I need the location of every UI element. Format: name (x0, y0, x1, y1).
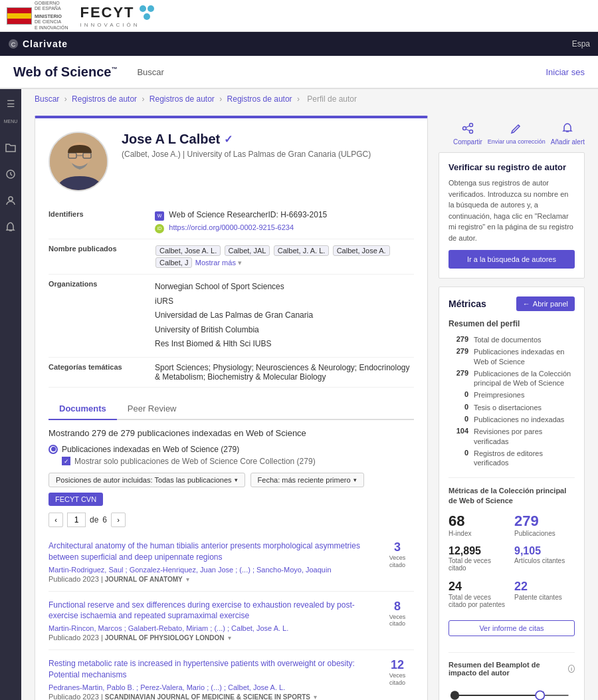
svg-text:C: C (11, 41, 16, 48)
pub-authors-3: Pedranes-Martin, Pablo B. ; Perez-Valera… (49, 683, 373, 691)
svg-point-15 (469, 130, 472, 134)
avatar-image (50, 133, 108, 191)
page-next-button[interactable]: › (111, 513, 126, 527)
collection-metrics: Métricas de la Colección principal de We… (448, 486, 575, 645)
publications-list: Architectural anatomy of the human tibia… (49, 532, 414, 700)
profile-name-block: Jose A L Calbet ✓ (Calbet, Jose A.) | Un… (122, 132, 371, 159)
alert-icon (561, 122, 573, 137)
edit-icon (510, 122, 522, 137)
correction-button[interactable]: Enviar una corrección (488, 122, 546, 146)
breadcrumb-buscar[interactable]: Buscar (35, 94, 59, 104)
h-index-metric: 68 H-index (448, 513, 509, 537)
journal-expand-icon-1[interactable]: ▾ (186, 576, 189, 583)
citing-patents-metric: 22 Patente citantes (514, 580, 575, 608)
orcid-icon: iD (155, 224, 164, 233)
fecyt-dots-icon (138, 3, 156, 22)
fecyt-logo: FECYT (80, 4, 134, 21)
gov-text: GOBIERNO DE ESPAÑA MINISTERIO DE CIENCIA… (35, 1, 68, 31)
collection-title: Métricas de la Colección principal de We… (448, 486, 575, 507)
wos-title: Web of Science™ (13, 64, 117, 80)
wos-nav: Web of Science™ Buscar Iniciar ses (0, 56, 598, 89)
svg-point-6 (9, 197, 13, 201)
profile-summary: Resumen del perfil 279 Total de document… (448, 319, 575, 469)
clarivate-brand: Clarivate (23, 39, 68, 49)
menu-hamburger-icon[interactable]: ☰ (3, 96, 19, 112)
verify-button[interactable]: Ir a la búsqueda de autores (448, 250, 575, 269)
share-button[interactable]: Compartir (453, 122, 482, 146)
pub-item: Architectural anatomy of the human tibia… (49, 532, 414, 592)
history-icon[interactable] (3, 166, 19, 182)
identifiers-row: Identifiers W Web of Science ResearcherI… (49, 205, 414, 239)
bell-icon[interactable] (3, 219, 19, 235)
beamplot-info-icon[interactable]: i (568, 665, 575, 673)
show-more-names[interactable]: Mostrar más (195, 259, 236, 267)
main-content: Buscar › Registros de autor › Registros … (21, 89, 598, 700)
alert-button[interactable]: Añadir alert (551, 122, 585, 146)
positions-filter[interactable]: Posiciones de autor incluidas: Todas las… (49, 473, 245, 487)
checkbox-core-collection[interactable] (62, 457, 70, 465)
tab-documents[interactable]: Documents (49, 398, 117, 420)
profile-header: Jose A L Calbet ✓ (Calbet, Jose A.) | Un… (49, 132, 414, 191)
open-panel-button[interactable]: ← Abrir panel (516, 296, 575, 311)
metrics-header: Métricas ← Abrir panel (448, 296, 575, 311)
fecyt-sub: INNOVACIÓN (80, 22, 140, 28)
pub-journal-3: Publicado 2023 | SCANDINAVIAN JOURNAL OF… (49, 693, 373, 700)
svg-line-16 (466, 126, 469, 128)
big-metrics-row-2: 12,895 Total de veces citado 9,105 Artíc… (448, 545, 575, 572)
fecyt-cvn-button[interactable]: FECYT CVN (49, 493, 103, 506)
clarivate-bar: C Clarivate Espa (0, 32, 598, 56)
svg-point-2 (144, 13, 150, 20)
breadcrumb-registros2[interactable]: Registros de autor (150, 94, 215, 104)
page-number-input[interactable] (67, 513, 86, 527)
folder-icon[interactable] (3, 140, 19, 156)
orcid-link[interactable]: https://orcid.org/0000-0002-9215-6234 (169, 223, 294, 231)
svg-line-17 (466, 129, 469, 131)
cited-by-patents-metric: 24 Total de veces citado por patentes (448, 580, 509, 608)
pub-title-3[interactable]: Resting metabolic rate is increased in h… (49, 659, 355, 679)
breadcrumb-registros1[interactable]: Registros de autor (72, 94, 137, 104)
date-filter[interactable]: Fecha: más reciente primero ▾ (250, 473, 364, 487)
arrow-left-icon: ← (523, 300, 530, 308)
svg-point-13 (469, 124, 472, 127)
beamplot-graph (448, 683, 575, 700)
radio-all-pubs[interactable] (49, 445, 58, 454)
svg-point-24 (450, 691, 459, 700)
clarivate-logo-icon: C (8, 39, 19, 49)
pub-title-1[interactable]: Architectural anatomy of the human tibia… (49, 541, 360, 562)
profile-card: Jose A L Calbet ✓ (Calbet, Jose A.) | Un… (35, 116, 428, 700)
filters-bar: Posiciones de autor incluidas: Todas las… (49, 473, 414, 506)
view-citations-report-button[interactable]: Ver informe de citas (448, 620, 575, 636)
journal-expand-icon-2[interactable]: ▾ (228, 634, 231, 642)
user-icon[interactable] (3, 193, 19, 209)
pub-journal-2: Publicado 2023 | JOURNAL OF PHYSIOLOGY L… (49, 634, 373, 642)
share-icon (462, 122, 474, 137)
spain-flag (7, 7, 32, 25)
nav-iniciar[interactable]: Iniciar ses (546, 67, 585, 77)
organizations-value: Norwegian School of Sport Sciences iURS … (155, 280, 414, 352)
beamplot-section: Resumen del Beamplot de impacto del auto… (448, 661, 575, 700)
summary-row: 279 Publicaciones indexadas en Web of Sc… (448, 346, 575, 368)
published-names-row: Nombre publicados Calbet, Jose A. L. Cal… (49, 239, 414, 275)
pub-citations-1: 3 Vecescitado (381, 540, 414, 569)
nav-buscar[interactable]: Buscar (137, 67, 163, 77)
clarivate-right-text: Espa (572, 39, 590, 49)
breadcrumb-registros3[interactable]: Registros de autor (227, 94, 292, 104)
published-names-value: Calbet, Jose A. L. Calbet, JAL Calbet, J… (155, 245, 414, 269)
tab-peer-review[interactable]: Peer Review (117, 398, 187, 420)
avatar (49, 132, 108, 191)
wos-id-icon: W (155, 211, 164, 221)
tabs: Documents Peer Review (49, 398, 414, 420)
summary-row: 279 Total de documentos (448, 334, 575, 346)
right-panel: Compartir Enviar una corrección (439, 116, 585, 700)
pub-title-2[interactable]: Functional reserve and sex differences d… (49, 600, 355, 621)
pub-authors-2: Martin-Rincon, Marcos ; Galabert-Rebato,… (49, 624, 373, 632)
gov-bar: GOBIERNO DE ESPAÑA MINISTERIO DE CIENCIA… (0, 0, 598, 32)
svg-point-14 (462, 127, 466, 130)
docs-header: Mostrando 279 de 279 publicaciones index… (49, 428, 414, 438)
action-buttons: Compartir Enviar una corrección (439, 116, 585, 152)
verify-box: Verificar su registro de autor Obtenga s… (439, 152, 585, 279)
journal-expand-icon-3[interactable]: ▾ (314, 693, 317, 700)
svg-line-18 (518, 125, 520, 126)
page-prev-button[interactable]: ‹ (49, 513, 63, 527)
organizations-row: Organizations Norwegian School of Sport … (49, 275, 414, 358)
